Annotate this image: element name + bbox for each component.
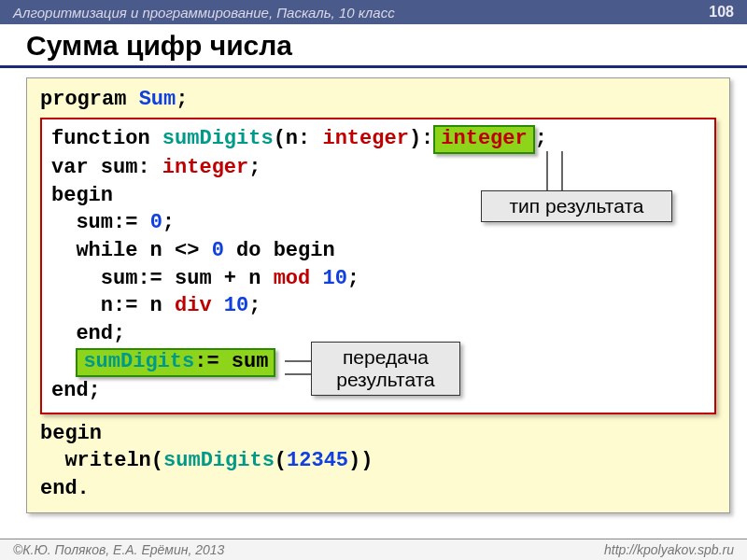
- code-line: end.: [40, 475, 716, 503]
- slide-body: program Sum; function sumDigits(n: integ…: [0, 68, 747, 513]
- course-label: Алгоритмизация и программирование, Паска…: [13, 5, 395, 21]
- header-bar: Алгоритмизация и программирование, Паска…: [0, 0, 747, 24]
- highlight-assign-result: sumDigits:= sum: [76, 348, 275, 377]
- slide-title: Сумма цифр числа: [0, 24, 747, 68]
- code-line: program Sum;: [40, 86, 716, 114]
- code-line: writeln(sumDigits(12345)): [40, 447, 716, 475]
- callout-connector: [561, 151, 563, 193]
- code-line: var sum: integer;: [51, 154, 705, 182]
- footer-url: http://kpolyakov.spb.ru: [604, 542, 734, 557]
- callout-connector: [285, 360, 313, 362]
- callout-return-type: тип результата: [481, 190, 672, 222]
- code-block-outer: program Sum; function sumDigits(n: integ…: [26, 77, 730, 513]
- highlight-return-type: integer: [433, 125, 534, 154]
- callout-connector: [546, 151, 548, 193]
- page-number: 108: [709, 4, 734, 21]
- code-line: function sumDigits(n: integer):integer;: [51, 125, 705, 154]
- code-line: while n <> 0 do begin: [51, 237, 705, 265]
- callout-connector: [285, 373, 313, 375]
- code-block-inner: function sumDigits(n: integer):integer; …: [40, 118, 716, 414]
- code-line: sum:= sum + n mod 10;: [51, 265, 705, 293]
- code-line: begin: [40, 420, 716, 448]
- code-line: n:= n div 10;: [51, 292, 705, 320]
- callout-pass-result: передача результата: [311, 342, 460, 396]
- footer-authors: ©К.Ю. Поляков, Е.А. Ерёмин, 2013: [13, 542, 224, 557]
- footer-bar: ©К.Ю. Поляков, Е.А. Ерёмин, 2013 http://…: [0, 539, 747, 560]
